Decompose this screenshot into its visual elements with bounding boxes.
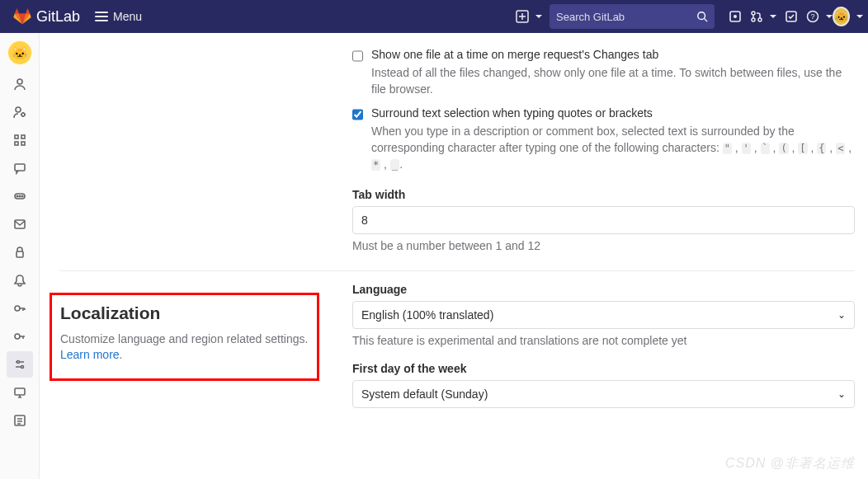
list-icon xyxy=(13,414,26,427)
mail-icon xyxy=(13,218,26,231)
svg-point-1 xyxy=(698,12,705,20)
localization-desc: Customize language and region related se… xyxy=(60,331,309,364)
sidebar-item-auth-log[interactable] xyxy=(7,407,33,434)
hamburger-icon xyxy=(95,10,108,23)
svg-point-27 xyxy=(21,366,23,369)
surround-checkbox[interactable] xyxy=(352,109,363,120)
first-day-value: System default (Sunday) xyxy=(361,387,488,401)
sidebar-avatar[interactable]: 🐱 xyxy=(7,40,33,66)
tab-width-label: Tab width xyxy=(352,188,855,201)
svg-rect-16 xyxy=(21,142,25,145)
language-select[interactable]: English (100% translated) ⌄ xyxy=(352,301,855,329)
localization-highlight: Localization Customize language and regi… xyxy=(50,293,319,381)
key-icon xyxy=(13,302,26,315)
grid-icon xyxy=(13,134,26,147)
svg-point-24 xyxy=(15,306,20,311)
svg-rect-15 xyxy=(15,142,18,145)
search-icon xyxy=(696,11,708,22)
svg-point-11 xyxy=(16,107,21,112)
chat-icon xyxy=(13,162,26,175)
todos-button[interactable] xyxy=(777,2,805,31)
plus-icon xyxy=(516,10,529,23)
language-hint: This feature is experimental and transla… xyxy=(352,334,855,347)
user-icon xyxy=(13,77,26,91)
svg-point-12 xyxy=(21,113,25,116)
show-one-file-checkbox[interactable] xyxy=(352,50,363,62)
monitor-icon xyxy=(13,386,26,399)
help-icon: ? xyxy=(806,10,819,23)
sidebar-item-profile[interactable] xyxy=(7,71,33,97)
svg-rect-28 xyxy=(15,388,25,395)
merge-request-icon xyxy=(750,10,763,23)
chevron-down-icon: ⌄ xyxy=(837,309,846,321)
svg-point-5 xyxy=(752,18,755,21)
svg-point-21 xyxy=(21,195,23,197)
sidebar-item-notifications[interactable] xyxy=(7,267,33,294)
svg-point-25 xyxy=(15,334,20,339)
gitlab-logo-icon xyxy=(13,7,31,26)
brand-text: GitLab xyxy=(36,8,80,26)
search-input[interactable] xyxy=(556,11,696,23)
help-button[interactable]: ? xyxy=(805,2,833,31)
chevron-down-icon xyxy=(826,15,833,18)
svg-point-26 xyxy=(17,361,19,364)
svg-rect-14 xyxy=(21,135,25,139)
user-menu[interactable]: 🐱 xyxy=(833,2,861,31)
chevron-down-icon xyxy=(535,15,542,18)
watermark: CSDN @非著名运维 xyxy=(725,455,855,472)
sidebar-item-gpg-keys[interactable] xyxy=(7,323,33,350)
first-day-label: First day of the week xyxy=(352,362,855,375)
sidebar-item-emails[interactable] xyxy=(7,211,33,237)
sliders-icon xyxy=(13,358,26,371)
sidebar-item-password[interactable] xyxy=(7,239,33,265)
brand[interactable]: GitLab xyxy=(7,7,87,26)
issues-button[interactable] xyxy=(721,2,749,31)
svg-point-6 xyxy=(758,18,762,21)
sidebar: 🐱 xyxy=(0,33,40,479)
create-button[interactable] xyxy=(515,2,543,31)
bell-icon xyxy=(13,274,26,287)
tab-width-input[interactable] xyxy=(352,206,855,234)
menu-label: Menu xyxy=(113,10,142,23)
user-gear-icon xyxy=(13,106,26,119)
chevron-down-icon xyxy=(770,15,776,18)
svg-rect-23 xyxy=(17,251,23,257)
main-content: Show one file at a time on merge request… xyxy=(40,33,868,479)
tab-width-hint: Must be a number between 1 and 12 xyxy=(352,239,855,252)
language-label: Language xyxy=(352,283,855,296)
menu-button[interactable]: Menu xyxy=(87,5,150,28)
chevron-down-icon: ⌄ xyxy=(837,388,846,400)
svg-point-4 xyxy=(752,12,755,15)
sidebar-item-tokens[interactable] xyxy=(7,183,33,209)
learn-more-link[interactable]: Learn more xyxy=(60,348,120,361)
show-one-file-label: Show one file at a time on merge request… xyxy=(371,48,855,61)
todo-icon xyxy=(785,10,798,23)
svg-point-20 xyxy=(19,195,21,197)
svg-point-19 xyxy=(17,195,18,197)
chevron-down-icon xyxy=(856,15,863,18)
localization-title: Localization xyxy=(60,303,309,323)
language-value: English (100% translated) xyxy=(361,308,493,322)
sidebar-item-chat[interactable] xyxy=(7,155,33,181)
issues-icon xyxy=(729,10,742,23)
sidebar-item-applications[interactable] xyxy=(7,127,33,153)
svg-rect-17 xyxy=(15,164,25,171)
svg-text:?: ? xyxy=(810,12,814,21)
svg-point-10 xyxy=(17,79,22,84)
sidebar-item-sessions[interactable] xyxy=(7,379,33,406)
svg-rect-13 xyxy=(15,135,18,139)
avatar-icon: 🐱 xyxy=(833,7,850,26)
lock-icon xyxy=(13,246,26,259)
search[interactable] xyxy=(550,4,715,29)
ellipsis-icon xyxy=(13,190,26,203)
sidebar-item-ssh-keys[interactable] xyxy=(7,295,33,322)
sidebar-item-preferences[interactable] xyxy=(7,351,33,378)
key-icon xyxy=(13,330,26,343)
merge-requests-button[interactable] xyxy=(749,2,777,31)
surround-help: When you type in a description or commen… xyxy=(371,123,855,173)
topbar: GitLab Menu ? 🐱 xyxy=(0,0,868,33)
svg-point-3 xyxy=(734,15,737,18)
first-day-select[interactable]: System default (Sunday) ⌄ xyxy=(352,380,855,408)
sidebar-item-account[interactable] xyxy=(7,99,33,125)
surround-label: Surround text selection when typing quot… xyxy=(371,106,855,120)
